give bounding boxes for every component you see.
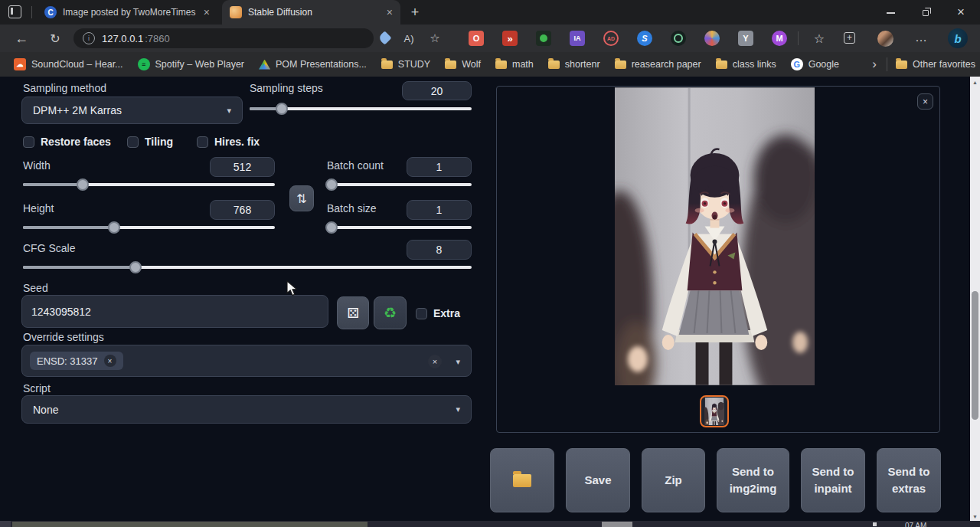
hires-fix-checkbox[interactable] <box>197 136 208 148</box>
read-aloud-icon[interactable]: A) <box>401 31 416 46</box>
more-menu-icon[interactable]: … <box>913 29 929 46</box>
tab-close-icon[interactable]: × <box>204 7 210 18</box>
folder-icon <box>896 61 907 69</box>
ext-ia-icon[interactable]: IA <box>570 31 585 46</box>
bookmarks-overflow-chevron[interactable]: › <box>867 57 882 72</box>
ext-o-icon[interactable]: O <box>469 31 484 46</box>
bookmark-pom-presentations[interactable]: POM Presentations... <box>259 59 367 70</box>
tiling-checkbox[interactable] <box>127 136 139 148</box>
dice-icon: ⚄ <box>347 305 359 322</box>
bookmark-study[interactable]: STUDY <box>381 59 430 70</box>
bing-chat-icon[interactable]: b <box>948 28 968 48</box>
slider-handle[interactable] <box>129 261 142 273</box>
sampling-method-dropdown[interactable]: DPM++ 2M Karras ▾ <box>21 97 243 124</box>
other-favorites[interactable]: Other favorites <box>896 59 975 70</box>
spotify-icon: ≡ <box>138 58 150 70</box>
bookmark-math[interactable]: math <box>495 59 534 70</box>
send-to-inpaint-button[interactable]: Send to inpaint <box>801 448 865 512</box>
extra-seed-checkbox[interactable] <box>416 308 427 319</box>
add-favorite-icon[interactable]: ☆ <box>427 31 443 46</box>
tab-stable-diffusion[interactable]: Stable Diffusion × <box>222 0 400 25</box>
gallery-thumbnail-selected[interactable] <box>700 395 729 427</box>
save-label: Save <box>584 472 611 489</box>
shopping-tag-icon[interactable] <box>377 31 391 44</box>
random-seed-button[interactable]: ⚄ <box>337 296 369 329</box>
ext-monica-icon[interactable]: M <box>772 31 787 46</box>
bookmark-class-links[interactable]: class links <box>716 59 776 70</box>
soundcloud-icon: ☁ <box>14 58 26 70</box>
send-to-img2img-button[interactable]: Send to img2img <box>717 448 789 512</box>
width-input[interactable] <box>210 157 275 177</box>
bookmark-soundcloud[interactable]: ☁ SoundCloud – Hear... <box>14 58 123 70</box>
window-close-button[interactable]: × <box>943 0 978 25</box>
bookmark-spotify[interactable]: ≡ Spotify – Web Player <box>138 58 245 70</box>
restore-faces-checkbox[interactable] <box>23 136 34 148</box>
open-folder-button[interactable] <box>490 448 554 512</box>
taskbar-start-edge[interactable] <box>0 521 11 527</box>
slider-handle[interactable] <box>325 178 338 191</box>
ext-colorful-icon[interactable] <box>704 31 720 46</box>
sampling-steps-input[interactable] <box>402 81 472 100</box>
cfg-scale-slider[interactable] <box>23 266 472 269</box>
height-slider[interactable] <box>23 226 275 229</box>
ext-shazam-icon[interactable]: S <box>637 31 652 46</box>
favorites-icon[interactable]: ☆ <box>812 31 827 46</box>
taskbar-active-app[interactable] <box>602 522 632 527</box>
bookmark-reasearch-paper[interactable]: reasearch paper <box>615 59 701 70</box>
chip-close-icon[interactable]: × <box>104 355 116 367</box>
batch-count-slider[interactable] <box>327 183 472 186</box>
taskbar-clock[interactable]: 07 AM <box>905 521 952 527</box>
bookmark-google[interactable]: G Google <box>791 58 839 70</box>
slider-handle[interactable] <box>276 103 288 115</box>
tab-image-posted[interactable]: C Image posted by TwoMoreTimes × <box>37 0 217 25</box>
refresh-button[interactable]: ↻ <box>44 28 66 49</box>
width-slider[interactable] <box>23 183 275 186</box>
script-dropdown[interactable]: None ▾ <box>21 395 472 424</box>
swap-icon: ⇅ <box>296 191 306 206</box>
ext-video-speed-icon[interactable]: » <box>502 31 518 46</box>
ext-y-icon[interactable]: Y <box>738 31 753 46</box>
back-button[interactable]: ← <box>11 28 32 49</box>
override-clear-icon[interactable]: × <box>428 355 442 368</box>
scroll-up-arrow[interactable]: ▲ <box>970 77 980 87</box>
scrollbar-thumb[interactable] <box>972 291 978 420</box>
slider-handle[interactable] <box>325 221 338 234</box>
reuse-seed-button[interactable]: ♻ <box>374 296 407 329</box>
collections-icon[interactable]: + <box>844 32 855 44</box>
taskbar-tray-arrow[interactable] <box>873 522 877 526</box>
scroll-down-arrow[interactable]: ▼ <box>970 511 980 522</box>
address-bar[interactable]: i 127.0.0.1:7860 <box>74 28 374 48</box>
slider-handle[interactable] <box>77 178 89 191</box>
generated-image[interactable] <box>615 87 815 385</box>
cfg-scale-input[interactable] <box>407 240 472 260</box>
bookmark-wolf[interactable]: Wolf <box>445 59 481 70</box>
restore-button[interactable] <box>908 0 943 25</box>
send-to-extras-button[interactable]: Send to extras <box>877 448 941 512</box>
close-preview-button[interactable]: × <box>917 93 933 110</box>
height-input[interactable] <box>210 200 275 220</box>
batch-count-input[interactable] <box>407 157 472 177</box>
save-button[interactable]: Save <box>566 448 630 512</box>
vertical-scrollbar[interactable]: ▲ ▼ <box>970 77 980 522</box>
swap-dimensions-button[interactable]: ⇅ <box>289 185 314 211</box>
seed-input[interactable] <box>21 295 328 328</box>
new-tab-button[interactable]: + <box>406 3 424 21</box>
taskbar-search-box[interactable] <box>12 522 368 527</box>
override-settings-box[interactable]: ENSD: 31337 × × ▾ <box>21 345 472 377</box>
tab-close-icon[interactable]: × <box>387 7 393 18</box>
profile-avatar[interactable] <box>877 31 893 47</box>
batch-size-input[interactable] <box>407 200 472 220</box>
vertical-tabs-icon[interactable] <box>8 5 21 18</box>
site-info-icon[interactable]: i <box>83 32 95 44</box>
width-label: Width <box>23 159 51 172</box>
sampling-steps-slider[interactable] <box>250 107 472 110</box>
ext-ad-icon[interactable]: AD <box>603 31 619 46</box>
minimize-button[interactable] <box>873 0 908 25</box>
bookmark-shortenr[interactable]: shortenr <box>548 59 600 70</box>
slider-handle[interactable] <box>108 221 120 234</box>
mouse-cursor <box>286 280 298 296</box>
batch-size-slider[interactable] <box>327 226 472 229</box>
zip-button[interactable]: Zip <box>642 448 705 512</box>
ext-pin-icon[interactable] <box>671 31 686 46</box>
ext-green-icon[interactable] <box>536 31 551 46</box>
